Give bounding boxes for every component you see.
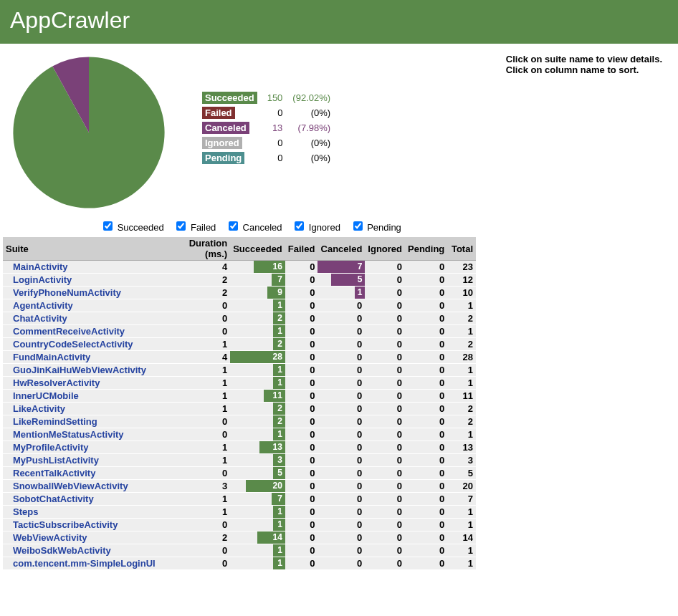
col-pending[interactable]: Pending [405, 237, 447, 261]
cell-ignored: 0 [365, 364, 405, 377]
legend-label: Ignored [202, 137, 242, 149]
suite-link[interactable]: InnerUCMobile [6, 390, 79, 401]
cell-succeeded: 7 [230, 274, 285, 287]
filter-canceled[interactable]: Canceled [226, 222, 282, 233]
cell-succeeded: 1 [230, 299, 285, 312]
results-table: Suite Duration (ms.) Succeeded Failed Ca… [3, 237, 476, 570]
table-row: SobotChatActivity1700007 [3, 493, 476, 506]
cell-pending: 0 [405, 493, 447, 506]
cell-total: 1 [447, 325, 476, 338]
cell-succeeded: 20 [230, 480, 285, 493]
filter-failed[interactable]: Failed [173, 222, 216, 233]
cell-duration: 4 [163, 351, 230, 364]
filter-row: Succeeded Failed Canceled Ignored Pendin… [0, 216, 678, 237]
filter-pending-checkbox[interactable] [353, 221, 363, 231]
suite-link[interactable]: com.tencent.mm-SimpleLoginUI [6, 558, 156, 569]
cell-total: 3 [447, 454, 476, 467]
filter-pending[interactable]: Pending [350, 222, 401, 233]
suite-link[interactable]: RecentTalkActivity [6, 468, 95, 478]
suite-link[interactable]: CountryCodeSelectActivity [6, 339, 133, 350]
cell-total: 5 [447, 467, 476, 480]
cell-pending: 0 [405, 299, 447, 312]
suite-link[interactable]: LikeActivity [6, 403, 65, 414]
cell-pending: 0 [405, 415, 447, 428]
cell-ignored: 0 [365, 312, 405, 325]
cell-pending: 0 [405, 557, 447, 570]
cell-pending: 0 [405, 364, 447, 377]
legend-label: Succeeded [202, 92, 257, 104]
cell-canceled: 0 [317, 454, 365, 467]
filter-canceled-checkbox[interactable] [229, 221, 238, 231]
cell-canceled: 0 [317, 428, 365, 441]
cell-succeeded: 1 [230, 428, 285, 441]
cell-duration: 2 [163, 287, 230, 299]
suite-link[interactable]: VerifyPhoneNumActivity [6, 287, 121, 298]
cell-total: 12 [447, 274, 476, 287]
cell-pending: 0 [405, 390, 447, 403]
cell-pending: 0 [405, 351, 447, 364]
cell-failed: 0 [285, 557, 318, 570]
suite-link[interactable]: CommentReceiveActivity [6, 326, 125, 337]
filter-succeeded[interactable]: Succeeded [100, 222, 164, 233]
suite-link[interactable]: MyPushListActivity [6, 455, 99, 466]
cell-total: 23 [447, 261, 476, 274]
cell-duration: 0 [163, 415, 230, 428]
suite-link[interactable]: WebViewActivity [6, 532, 87, 543]
cell-canceled: 0 [317, 403, 365, 415]
cell-failed: 0 [285, 351, 318, 364]
cell-succeeded: 1 [230, 519, 285, 531]
cell-duration: 2 [163, 531, 230, 544]
cell-total: 1 [447, 428, 476, 441]
table-row: InnerUCMobile111000011 [3, 390, 476, 403]
cell-succeeded: 2 [230, 403, 285, 415]
col-canceled[interactable]: Canceled [317, 237, 365, 261]
table-row: Steps1100001 [3, 506, 476, 519]
filter-ignored[interactable]: Ignored [292, 222, 340, 233]
suite-link[interactable]: GuoJinKaiHuWebViewActivity [6, 365, 146, 375]
table-row: MentionMeStatusActivity0100001 [3, 428, 476, 441]
legend-pct: (0%) [288, 136, 335, 150]
col-ignored[interactable]: Ignored [365, 237, 405, 261]
filter-ignored-checkbox[interactable] [295, 221, 304, 231]
suite-link[interactable]: MainActivity [6, 261, 68, 272]
cell-canceled: 0 [317, 390, 365, 403]
suite-link[interactable]: LikeRemindSetting [6, 416, 97, 427]
cell-pending: 0 [405, 519, 447, 531]
filter-failed-checkbox[interactable] [176, 221, 186, 231]
cell-canceled: 0 [317, 377, 365, 390]
cell-ignored: 0 [365, 531, 405, 544]
col-suite[interactable]: Suite [3, 237, 163, 261]
cell-total: 1 [447, 506, 476, 519]
cell-duration: 3 [163, 480, 230, 493]
suite-link[interactable]: SobotChatActivity [6, 494, 94, 504]
suite-link[interactable]: ChatActivity [6, 313, 67, 324]
cell-duration: 0 [163, 544, 230, 557]
suite-link[interactable]: MyProfileActivity [6, 442, 88, 453]
col-succeeded[interactable]: Succeeded [230, 237, 285, 261]
suite-link[interactable]: TacticSubscribeActivity [6, 519, 118, 530]
col-duration[interactable]: Duration (ms.) [163, 237, 230, 261]
col-failed[interactable]: Failed [285, 237, 318, 261]
suite-link[interactable]: AgentActivity [6, 300, 73, 311]
hint-line-2: Click on column name to sort. [506, 64, 662, 75]
cell-duration: 1 [163, 403, 230, 415]
suite-link[interactable]: FundMainActivity [6, 352, 90, 362]
cell-total: 14 [447, 531, 476, 544]
cell-ignored: 0 [365, 299, 405, 312]
cell-pending: 0 [405, 261, 447, 274]
legend-row: Canceled13(7.98%) [198, 121, 335, 135]
cell-succeeded: 2 [230, 312, 285, 325]
col-total[interactable]: Total [447, 237, 476, 261]
suite-link[interactable]: WeiboSdkWebActivity [6, 545, 111, 556]
cell-canceled: 0 [317, 493, 365, 506]
filter-succeeded-checkbox[interactable] [103, 221, 113, 231]
cell-ignored: 0 [365, 519, 405, 531]
suite-link[interactable]: MentionMeStatusActivity [6, 429, 124, 440]
cell-failed: 0 [285, 312, 318, 325]
suite-link[interactable]: SnowballWebViewActivity [6, 481, 128, 491]
cell-succeeded: 1 [230, 377, 285, 390]
suite-link[interactable]: HwResolverActivity [6, 377, 100, 388]
suite-link[interactable]: LoginActivity [6, 274, 72, 285]
suite-link[interactable]: Steps [6, 506, 38, 517]
cell-failed: 0 [285, 480, 318, 493]
